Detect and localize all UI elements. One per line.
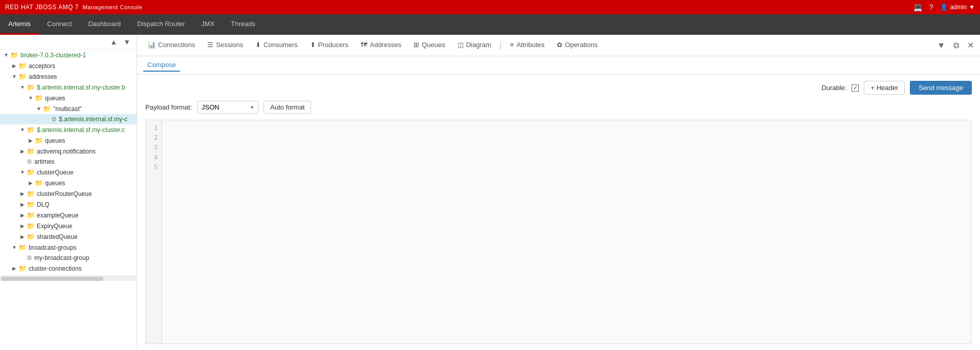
tree-item-artemis-2[interactable]: ▼ 📁 $.artemis.internal.sf.my-cluster.c: [0, 124, 137, 135]
tree-label: $.artemis.internal.sf.my-cluster.c: [37, 126, 125, 134]
nav-item-connect[interactable]: Connect: [39, 14, 80, 35]
user-menu[interactable]: 👤 admin ▼: [940, 4, 975, 11]
folder-icon: 📁: [27, 233, 35, 240]
tree-label: queues: [45, 137, 65, 144]
payload-format-row: Payload format: JSON Plain Text XML Auto…: [145, 101, 972, 114]
nav-item-dispatch-router[interactable]: Dispatch Router: [129, 14, 193, 35]
tree-item-artemis-1[interactable]: ▼ 📁 $.artemis.internal.sf.my-cluster.b: [0, 82, 137, 93]
editor-area: 1 2 3 4 5: [145, 120, 972, 344]
payload-format-label: Payload format:: [145, 103, 192, 111]
tree-item-queues-3[interactable]: ▶ 📁 queues: [0, 178, 137, 188]
auto-format-button[interactable]: Auto format: [264, 101, 311, 114]
list-icon: ☰: [207, 41, 213, 49]
download-icon: ⬇: [255, 41, 261, 49]
subnav-producers[interactable]: ⬆ Producers: [304, 35, 355, 56]
tree-label: queues: [45, 180, 65, 187]
line-number: 1: [150, 123, 158, 133]
durable-checkbox[interactable]: [852, 84, 859, 92]
tree-item-dlq[interactable]: ▶ 📁 DLQ: [0, 199, 137, 210]
sidebar-controls: ▲ ▼: [0, 35, 137, 50]
tree-label: acceptors: [29, 62, 55, 70]
sidebar-expand-btn[interactable]: ▼: [121, 37, 133, 47]
close-icon[interactable]: ✕: [965, 38, 976, 52]
subnav-consumers[interactable]: ⬇ Consumers: [249, 35, 303, 56]
sidebar: ▲ ▼ ▼ 📁 broker-7.0.3-clustered-1 ▶ 📁 acc…: [0, 35, 137, 350]
tree-item-queues-2[interactable]: ▶ 📁 queues: [0, 135, 137, 146]
folder-icon: 📁: [18, 62, 27, 70]
tree-item-multicast[interactable]: ▼ 📁 "multicast": [0, 103, 137, 114]
toggle-icon: ▼: [27, 95, 35, 101]
subnav-diagram[interactable]: ◫ Diagram: [451, 35, 497, 56]
sub-nav-right: ▼ ⧉ ✕: [935, 38, 976, 52]
tree-item-acceptors[interactable]: ▶ 📁 acceptors: [0, 60, 137, 71]
tree-item-broker[interactable]: ▼ 📁 broker-7.0.3-clustered-1: [0, 50, 137, 60]
desktop-icon[interactable]: 💻: [913, 3, 922, 11]
toggle-icon: ▼: [18, 127, 27, 133]
tree-item-shardedQueue[interactable]: ▶ 📁 shardedQueue: [0, 231, 137, 242]
nav-item-dashboard[interactable]: Dashboard: [80, 14, 129, 35]
tree-item-activemq[interactable]: ▶ 📁 activemq.notifications: [0, 146, 137, 157]
send-message-button[interactable]: Send message: [910, 81, 972, 95]
tree-label: queues: [45, 95, 65, 102]
brand-area: RED HAT JBOSS AMQ 7 Management Console: [5, 4, 142, 11]
tree-item-exampleQueue[interactable]: ▶ 📁 exampleQueue: [0, 210, 137, 221]
line-number: 5: [150, 163, 158, 172]
diagram-icon: ◫: [458, 41, 464, 49]
tree-item-expiryQueue[interactable]: ▶ 📁 ExpiryQueue: [0, 221, 137, 231]
tree-item-artimes[interactable]: ⚙ artimes: [0, 157, 137, 167]
gear-icon: ⚙: [51, 116, 57, 123]
subnav-operations[interactable]: ✿ Operations: [551, 35, 604, 56]
subnav-connections[interactable]: 📊 Connections: [141, 35, 201, 56]
line-number: 3: [150, 143, 158, 152]
tree-label: shardedQueue: [37, 233, 77, 240]
brand-text: RED HAT JBOSS AMQ 7 Management Console: [5, 4, 142, 11]
main-layout: ▲ ▼ ▼ 📁 broker-7.0.3-clustered-1 ▶ 📁 acc…: [0, 35, 980, 350]
tree-item-clusterRouterQueue[interactable]: ▶ 📁 clusterRouterQueue: [0, 188, 137, 199]
tree-label: cluster-connections: [29, 265, 81, 272]
folder-icon: 📁: [27, 126, 35, 134]
tree-item-broadcast-group[interactable]: ⚙ my-broadcast-group: [0, 253, 137, 263]
tree-item-queues-1[interactable]: ▼ 📁 queues: [0, 93, 137, 103]
line-number: 2: [150, 133, 158, 143]
subnav-attributes[interactable]: ≡ Attributes: [504, 35, 551, 56]
toggle-icon: ▼: [10, 245, 18, 250]
folder-icon: 📁: [27, 222, 35, 230]
payload-format-select[interactable]: JSON Plain Text XML: [197, 101, 258, 114]
folder-icon: 📁: [27, 211, 35, 219]
folder-icon: 📁: [27, 201, 35, 208]
tree-item-cluster-connections[interactable]: ▶ 📁 cluster-connections: [0, 263, 137, 274]
compose-tab-btn[interactable]: Compose: [143, 59, 180, 72]
tree-label: clusterQueue: [37, 169, 73, 176]
question-icon[interactable]: ?: [929, 3, 933, 11]
subnav-addresses[interactable]: 🗺 Addresses: [355, 35, 407, 56]
tree-item-artemis-selected[interactable]: ⚙ $.artemis.internal.sf.my-c: [0, 114, 137, 124]
header-button[interactable]: + Header: [864, 81, 905, 95]
tree-item-addresses[interactable]: ▼ 📁 addresses: [0, 71, 137, 82]
sub-nav: 📊 Connections ☰ Sessions ⬇ Consumers ⬆ P…: [137, 35, 980, 56]
nav-item-threads[interactable]: Threads: [223, 14, 264, 35]
tree-label: broadcast-groups: [29, 244, 76, 251]
folder-icon: 📁: [35, 137, 43, 144]
top-bar-actions: 💻 ? 👤 admin ▼: [913, 3, 975, 11]
message-editor[interactable]: [162, 120, 971, 343]
nav-item-jmx[interactable]: JMX: [193, 14, 223, 35]
open-new-icon[interactable]: ⧉: [951, 39, 961, 52]
toggle-icon: ▶: [10, 63, 18, 69]
tree-item-clusterQueue[interactable]: ▼ 📁 clusterQueue: [0, 167, 137, 178]
subnav-sessions[interactable]: ☰ Sessions: [201, 35, 249, 56]
main-nav: Artemis Connect Dashboard Dispatch Route…: [0, 14, 980, 35]
subnav-queues[interactable]: ⊞ Queues: [407, 35, 451, 56]
folder-icon: 📁: [27, 147, 35, 155]
tree-item-broadcast-groups[interactable]: ▼ 📁 broadcast-groups: [0, 242, 137, 253]
map-icon: 🗺: [361, 41, 367, 49]
folder-icon: 📁: [35, 179, 43, 187]
tree-label: artimes: [34, 158, 54, 165]
nav-item-artemis[interactable]: Artemis: [0, 14, 39, 35]
tree-label: activemq.notifications: [37, 148, 96, 155]
tree-label: $.artemis.internal.sf.my-c: [59, 116, 127, 123]
toggle-icon: ▶: [27, 138, 35, 143]
chevron-down-icon[interactable]: ▼: [935, 39, 947, 52]
tree-label: my-broadcast-group: [34, 254, 89, 261]
compose-area: Durable: + Header Send message Payload f…: [137, 75, 980, 350]
sidebar-collapse-btn[interactable]: ▲: [108, 37, 119, 47]
